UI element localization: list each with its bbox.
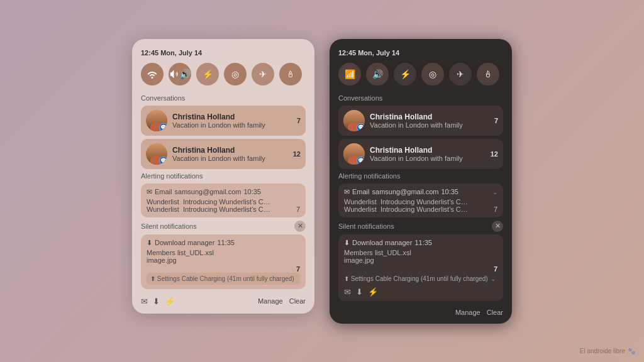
- alert-row-2-count-light: 7: [296, 206, 300, 213]
- alert-email-dark: samsung@gmail.com: [372, 188, 439, 195]
- silent-file-1-dark: Members list_UDL.xsl: [344, 249, 497, 256]
- convo-card-1-dark[interactable]: 💬 Christina Holland Vacation in London w…: [338, 106, 503, 136]
- avatar-2-light: 💬: [146, 143, 167, 165]
- alert-header-left-dark: ✉ Email samsung@gmail.com 10:35: [344, 188, 458, 196]
- silent-dl-icon-dark[interactable]: ⬇: [356, 287, 363, 297]
- convo-card-2-dark[interactable]: 💬 Christina Holland Vacation in London w…: [338, 139, 503, 169]
- alert-row-2-count-dark: 7: [494, 206, 497, 213]
- avatar-1-dark: 💬: [343, 110, 365, 131]
- alert-rows-dark: Wunderlist Introducing Wunderlist's Cale…: [344, 198, 497, 213]
- msg-badge-2-dark: 💬: [357, 156, 365, 165]
- msg-badge-1-light: 💬: [159, 123, 167, 131]
- convo-name-2-dark: Christina Holland: [370, 146, 487, 155]
- convo-count-2-dark: 12: [491, 150, 498, 158]
- wifi-icon-dark[interactable]: 📶: [338, 63, 361, 85]
- alert-row-2-text-light: Wunderlist Introducing Wunderlist's Cale…: [147, 206, 272, 213]
- alert-header-light: ✉ Email samsung@gmail.com 10:35: [147, 188, 300, 196]
- silent-label-dark: Silent notifications: [338, 222, 394, 230]
- silent-card-dark[interactable]: ⬇ Download manager 11:35 Members list_UD…: [338, 234, 503, 301]
- manage-btn-light[interactable]: Manage: [258, 297, 283, 305]
- conversations-label-dark: Conversations: [338, 94, 503, 102]
- convo-info-2-light: Christina Holland Vacation in London wit…: [172, 146, 289, 162]
- alert-row-2-light: Wunderlist Introducing Wunderlist's Cale…: [147, 206, 300, 213]
- bottom-bar-light: ✉ ⬇ ⚡ Manage Clear: [141, 294, 306, 306]
- bottom-flash-icon-light[interactable]: ⚡: [165, 297, 175, 306]
- silent-flash-icon-dark[interactable]: ⚡: [368, 287, 378, 297]
- notification-panel-dark: 12:45 Mon, July 14 📶 🔊 ⚡ ◎ ✈ 🕯 Conversat…: [330, 39, 512, 324]
- alert-header-dark: ✉ Email samsung@gmail.com 10:35 ⌄: [344, 188, 497, 196]
- flashlight-icon-dark[interactable]: 🕯: [477, 63, 499, 85]
- silent-card-light[interactable]: ⬇ Download manager 11:35 Members list_UD…: [141, 234, 306, 289]
- alert-row-1-light: Wunderlist Introducing Wunderlist's Cale…: [147, 198, 300, 206]
- silent-file-1-light: Members list_UDL.xsl: [147, 249, 300, 256]
- convo-info-1-dark: Christina Holland Vacation in London wit…: [370, 112, 491, 129]
- bluetooth-icon-dark[interactable]: ⚡: [394, 63, 416, 85]
- silent-header-light: Silent notifications ✕: [141, 221, 306, 232]
- convo-name-1-light: Christina Holland: [172, 112, 293, 121]
- alerting-label-light: Alerting notifications: [141, 172, 306, 180]
- convo-card-2-light[interactable]: 💬 Christina Holland Vacation in London w…: [141, 139, 306, 169]
- watermark-icon: 🐾: [628, 348, 635, 354]
- alert-chevron-dark[interactable]: ⌄: [492, 189, 497, 195]
- status-bar-light: 12:45 Mon, July 14: [141, 49, 306, 57]
- airplane-icon[interactable]: ✈: [252, 63, 274, 85]
- silent-close-btn-light[interactable]: ✕: [294, 221, 306, 232]
- silent-file-2-dark: image.jpg: [344, 256, 497, 264]
- silent-label-light: Silent notifications: [141, 222, 197, 230]
- bottom-download-icon-light[interactable]: ⬇: [153, 297, 160, 306]
- convo-name-1-dark: Christina Holland: [370, 112, 491, 121]
- alert-row-1-text-light: Wunderlist Introducing Wunderlist's Cale…: [147, 198, 272, 206]
- bottom-actions-dark: Manage Clear: [455, 309, 503, 316]
- status-bar-dark: 12:45 Mon, July 14: [338, 49, 503, 57]
- silent-email-icon-dark[interactable]: ✉: [344, 287, 351, 297]
- alert-card-light[interactable]: ✉ Email samsung@gmail.com 10:35 Wunderli…: [141, 184, 306, 217]
- location-icon-dark[interactable]: ◎: [421, 63, 444, 85]
- alert-header-left-light: ✉ Email samsung@gmail.com 10:35: [147, 188, 261, 196]
- silent-header-dark: Silent notifications ✕: [338, 221, 503, 232]
- avatar-1-light: 💬: [146, 110, 167, 131]
- bottom-email-icon-light[interactable]: ✉: [141, 297, 148, 306]
- settings-row-light: ⬆ Settings Cable Charging (41m until ful…: [147, 273, 300, 285]
- silent-row-dark: ⬇ Download manager 11:35: [344, 239, 497, 247]
- clear-btn-dark[interactable]: Clear: [487, 309, 503, 316]
- bottom-actions-light: Manage Clear: [258, 297, 306, 305]
- alert-app-light: Email: [155, 188, 172, 195]
- manage-btn-dark[interactable]: Manage: [455, 309, 480, 316]
- convo-text-2-light: Vacation in London with family: [172, 155, 289, 162]
- sound-icon-dark[interactable]: 🔊: [366, 63, 389, 85]
- alert-card-dark[interactable]: ✉ Email samsung@gmail.com 10:35 ⌄ Wunder…: [338, 184, 503, 217]
- convo-card-1-light[interactable]: 💬 Christina Holland Vacation in London w…: [141, 106, 306, 136]
- silent-close-btn-dark[interactable]: ✕: [492, 221, 503, 232]
- silent-count-dark: 7: [344, 265, 497, 273]
- convo-count-1-dark: 7: [494, 117, 498, 124]
- email-icon-dark: ✉: [344, 188, 350, 196]
- conversations-label-light: Conversations: [141, 94, 306, 102]
- alert-row-2-dark: Wunderlist Introducing Wunderlist's Cale…: [344, 206, 497, 213]
- convo-count-2-light: 12: [293, 150, 301, 158]
- avatar-2-dark: 💬: [343, 143, 365, 165]
- clear-btn-light[interactable]: Clear: [289, 297, 306, 305]
- wifi-icon[interactable]: [141, 63, 164, 85]
- alert-row-1-text-dark: Wunderlist Introducing Wunderlist's Cale…: [344, 198, 470, 206]
- alert-row-1-dark: Wunderlist Introducing Wunderlist's Cale…: [344, 198, 497, 206]
- sound-icon[interactable]: 🔊: [169, 63, 191, 85]
- settings-row-dark: ⬆ Settings Cable Charging (41m until ful…: [344, 273, 497, 285]
- alert-time-dark: 10:35: [441, 188, 458, 195]
- alert-email-light: samsung@gmail.com: [175, 188, 242, 195]
- download-icon-light: ⬇: [147, 239, 152, 247]
- watermark: El androide libre 🐾: [580, 348, 635, 354]
- convo-info-2-dark: Christina Holland Vacation in London wit…: [370, 146, 487, 162]
- watermark-text: El androide libre: [580, 348, 625, 354]
- convo-info-1-light: Christina Holland Vacation in London wit…: [172, 112, 293, 129]
- flashlight-icon[interactable]: 🕯: [279, 63, 302, 85]
- settings-chevron-dark[interactable]: ⌄: [491, 275, 496, 282]
- silent-files-light: Members list_UDL.xsl image.jpg: [147, 249, 300, 264]
- location-icon[interactable]: ◎: [224, 63, 247, 85]
- silent-bottom-icons-dark: ✉ ⬇ ⚡: [344, 287, 497, 297]
- airplane-icon-dark[interactable]: ✈: [449, 63, 472, 85]
- msg-badge-2-light: 💬: [159, 156, 167, 165]
- toggle-icons-dark: 📶 🔊 ⚡ ◎ ✈ 🕯: [338, 63, 503, 85]
- convo-name-2-light: Christina Holland: [172, 146, 289, 155]
- bottom-bar-dark: Manage Clear: [338, 306, 503, 316]
- bluetooth-icon[interactable]: ⚡: [196, 63, 219, 85]
